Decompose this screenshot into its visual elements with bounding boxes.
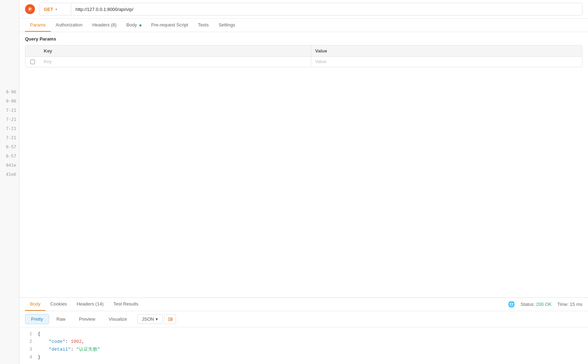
filter-icon-button[interactable] <box>164 314 176 324</box>
line-number: 4 <box>25 353 32 361</box>
sidebar-line: 7-21 <box>0 115 19 124</box>
response-format-tabs: Pretty Raw Preview Visualize JSON ▾ <box>19 311 588 327</box>
json-open-bracket: { <box>38 330 582 338</box>
sidebar-line: 7-21 <box>0 106 19 115</box>
response-time: Time: 15 ms <box>557 302 582 307</box>
tab-body[interactable]: Body <box>121 19 146 32</box>
header-value-col: Value <box>311 45 582 56</box>
json-response-body: 1 { 2 "code": 1002, 3 "detail": "认证失败" <box>19 327 588 364</box>
format-tab-pretty[interactable]: Pretty <box>25 314 49 324</box>
sidebar-line: 6-57 <box>0 142 19 152</box>
method-selector[interactable]: GET ▾ <box>40 3 71 15</box>
request-url-bar: GET ▾ <box>39 3 582 16</box>
json-line-1: 1 { <box>25 330 582 338</box>
table-row <box>25 57 582 67</box>
json-line-2: 2 "code": 1002, <box>25 338 582 346</box>
response-tabs: Body Cookies Headers (14) Test Results <box>25 298 143 311</box>
status-label: Status: 200 OK <box>521 302 552 307</box>
sidebar-line: 7-21 <box>0 124 19 133</box>
header-checkbox-col <box>25 45 40 56</box>
tab-params[interactable]: Params <box>25 19 51 32</box>
sidebar-line: 7-21 <box>0 133 19 142</box>
globe-icon: 🌐 <box>508 301 515 308</box>
content-area: P GET ▾ Params Authorization Headers (8)… <box>19 0 588 364</box>
response-area: Body Cookies Headers (14) Test Results 🌐… <box>19 297 588 364</box>
value-input[interactable] <box>315 59 578 64</box>
chevron-down-icon: ▾ <box>156 316 158 322</box>
postman-logo-icon: P <box>25 4 35 14</box>
app-logo: P <box>25 4 35 14</box>
json-code-line: "code": 1002, <box>38 338 582 346</box>
params-table-header: Key Value <box>25 45 582 57</box>
format-tab-visualize[interactable]: Visualize <box>103 314 133 324</box>
json-line-3: 3 "detail": "认证失败" <box>25 346 582 353</box>
svg-point-6 <box>171 319 172 320</box>
response-tab-headers[interactable]: Headers (14) <box>72 298 109 311</box>
line-number: 3 <box>25 346 32 353</box>
header-key-col: Key <box>40 45 311 56</box>
params-table: Key Value <box>25 45 582 67</box>
http-method-label: GET <box>44 7 53 12</box>
line-number: 1 <box>25 330 32 338</box>
body-dot-indicator <box>139 24 141 26</box>
json-close-bracket: } <box>38 353 582 361</box>
response-tab-test-results[interactable]: Test Results <box>108 298 143 311</box>
filter-icon <box>167 316 173 322</box>
sidebar-line: 0-96 <box>0 97 19 106</box>
response-header: Body Cookies Headers (14) Test Results 🌐… <box>19 298 588 311</box>
row-checkbox-input[interactable] <box>30 60 35 64</box>
middle-space <box>19 72 588 297</box>
json-line-4: 4 } <box>25 353 582 361</box>
request-tabs: Params Authorization Headers (8) Body Pr… <box>19 19 588 32</box>
status-code: 200 OK <box>536 302 552 307</box>
tab-authorization[interactable]: Authorization <box>51 19 87 32</box>
tab-tests[interactable]: Tests <box>193 19 213 32</box>
tab-headers[interactable]: Headers (8) <box>87 19 122 32</box>
sidebar-line: 841e <box>0 161 19 170</box>
sidebar-line: 0-96 <box>0 87 19 97</box>
tab-settings[interactable]: Settings <box>214 19 240 32</box>
format-tab-preview[interactable]: Preview <box>73 314 101 324</box>
row-checkbox[interactable] <box>25 57 40 67</box>
chevron-down-icon: ▾ <box>55 7 57 11</box>
json-code-line: "detail": "认证失败" <box>38 346 582 353</box>
key-input[interactable] <box>44 59 307 64</box>
sidebar: 0-96 0-96 7-21 7-21 7-21 7-21 6-57 6-57 … <box>0 0 19 364</box>
json-format-selector[interactable]: JSON ▾ <box>137 314 163 324</box>
line-number: 2 <box>25 338 32 346</box>
url-input[interactable] <box>71 7 582 12</box>
query-params-title: Query Params <box>25 36 582 42</box>
query-params-section: Query Params Key Value <box>19 32 588 72</box>
sidebar-line: 41e6 <box>0 170 19 179</box>
main-container: 0-96 0-96 7-21 7-21 7-21 7-21 6-57 6-57 … <box>0 0 588 364</box>
url-bar-container: P GET ▾ <box>19 0 588 19</box>
response-status: 🌐 Status: 200 OK Time: 15 ms <box>508 301 582 308</box>
response-tab-body[interactable]: Body <box>25 298 46 311</box>
format-tab-raw[interactable]: Raw <box>50 314 72 324</box>
svg-text:P: P <box>29 7 31 11</box>
row-key-cell <box>40 57 311 67</box>
response-tab-cookies[interactable]: Cookies <box>46 298 72 311</box>
tab-pre-request[interactable]: Pre-request Script <box>146 19 193 32</box>
row-value-cell <box>311 57 582 67</box>
sidebar-line: 6-57 <box>0 152 19 161</box>
